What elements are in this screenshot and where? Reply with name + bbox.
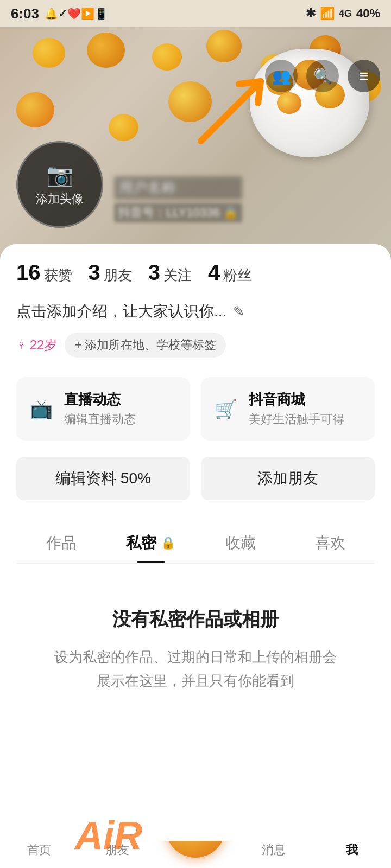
live-icon: 📺 (27, 395, 55, 423)
wifi-icon: 📶 (320, 7, 335, 21)
fruit-3 (152, 43, 182, 71)
live-feature-info: 直播动态 编辑直播动态 (64, 390, 136, 427)
status-bar: 6:03 🔔✓❤️▶️📱 ✱ 📶 4G 40% (0, 0, 391, 27)
edit-bio-icon[interactable]: ✎ (233, 303, 245, 320)
menu-header-button[interactable]: ≡ (348, 60, 380, 92)
air-text: AiR (75, 813, 142, 858)
search-icon: 🔍 (313, 67, 332, 85)
tab-private-label: 私密 (126, 533, 156, 553)
shop-title: 抖音商城 (249, 390, 344, 409)
bluetooth-icon: ✱ (306, 7, 316, 21)
notification-icons: 🔔✓❤️▶️📱 (45, 7, 108, 20)
tabs-row: 作品 私密 🔒 收藏 喜欢 (16, 522, 375, 564)
add-friends-button[interactable]: 添加朋友 (201, 457, 375, 500)
profile-id: 抖音号：LLY10336 🔒 (114, 203, 242, 222)
fruit-1 (33, 38, 65, 68)
air-watermark: AiR (54, 803, 163, 868)
shop-subtitle: 美好生活触手可得 (249, 411, 344, 427)
likes-label: 获赞 (44, 266, 72, 285)
bio-text: 点击添加介绍，让大家认识你... (16, 301, 226, 322)
menu-icon: ≡ (359, 66, 369, 86)
tab-likes-label: 喜欢 (315, 533, 345, 553)
friends-number: 3 (89, 260, 100, 285)
gender-tag: ♀ 22岁 (16, 336, 57, 354)
fruit-9 (109, 114, 138, 141)
bio-row[interactable]: 点击添加介绍，让大家认识你... ✎ (16, 301, 375, 322)
friends-label: 朋友 (104, 266, 132, 285)
tab-likes[interactable]: 喜欢 (285, 522, 375, 563)
tags-row: ♀ 22岁 + 添加所在地、学校等标签 (16, 333, 375, 358)
header-actions: 👥 🔍 ≡ (265, 60, 380, 92)
lock-icon: 🔒 (161, 536, 175, 550)
add-avatar-label: 添加头像 (36, 191, 84, 207)
profile-section: 📷 添加头像 用户名称 抖音号：LLY10336 🔒 (16, 141, 242, 228)
status-right-icons: ✱ 📶 4G 40% (306, 7, 380, 21)
stat-fans[interactable]: 4 粉丝 (208, 260, 251, 285)
profile-name-area: 用户名称 抖音号：LLY10336 🔒 (114, 176, 242, 228)
empty-title: 没有私密作品或相册 (112, 607, 279, 632)
nav-messages-label: 消息 (262, 842, 286, 858)
nav-me-label: 我 (346, 842, 358, 858)
battery-display: 40% (356, 7, 380, 21)
main-card: 16 获赞 3 朋友 3 关注 4 粉丝 点击添加介绍，让大家认识你... ✎ … (0, 244, 391, 841)
header-banner: 👥 🔍 ≡ 📷 添加头像 用户名称 抖音号：LLY10336 🔒 (0, 27, 391, 260)
add-tag-button[interactable]: + 添加所在地、学校等标签 (65, 333, 226, 358)
following-number: 3 (148, 260, 160, 285)
nav-home-label: 首页 (27, 842, 51, 858)
tab-works[interactable]: 作品 (16, 522, 106, 563)
stat-following[interactable]: 3 关注 (148, 260, 192, 285)
live-feature-card[interactable]: 📺 直播动态 编辑直播动态 (16, 377, 190, 441)
stat-likes[interactable]: 16 获赞 (16, 260, 72, 285)
live-subtitle: 编辑直播动态 (64, 411, 136, 427)
fruit-4 (206, 30, 242, 62)
friends-icon: 👥 (272, 67, 291, 85)
time-display: 6:03 (11, 5, 39, 22)
fans-number: 4 (208, 260, 220, 285)
tab-favorites[interactable]: 收藏 (195, 522, 285, 563)
status-time: 6:03 🔔✓❤️▶️📱 (11, 5, 108, 22)
shop-icon: 🛒 (212, 395, 240, 423)
camera-icon: 📷 (46, 162, 73, 188)
avatar-add-button[interactable]: 📷 添加头像 (16, 141, 103, 228)
empty-state: 没有私密作品或相册 设为私密的作品、过期的日常和上传的相册会展示在这里，并且只有… (16, 564, 375, 725)
shop-feature-info: 抖音商城 美好生活触手可得 (249, 390, 344, 427)
live-title: 直播动态 (64, 390, 136, 409)
fruit-2 (87, 33, 125, 68)
fans-label: 粉丝 (223, 266, 251, 285)
likes-number: 16 (16, 260, 41, 285)
action-buttons: 编辑资料 50% 添加朋友 (16, 457, 375, 500)
tab-favorites-label: 收藏 (225, 533, 256, 553)
empty-desc: 设为私密的作品、过期的日常和上传的相册会展示在这里，并且只有你能看到 (49, 645, 342, 693)
shop-feature-card[interactable]: 🛒 抖音商城 美好生活触手可得 (201, 377, 375, 441)
profile-username: 用户名称 (114, 176, 242, 200)
following-label: 关注 (163, 266, 192, 285)
add-friends-header-button[interactable]: 👥 (265, 60, 298, 92)
signal-icon: 4G (339, 8, 352, 20)
tab-private[interactable]: 私密 🔒 (106, 522, 195, 563)
stat-friends[interactable]: 3 朋友 (89, 260, 132, 285)
feature-cards: 📺 直播动态 编辑直播动态 🛒 抖音商城 美好生活触手可得 (16, 377, 375, 441)
fruit-8 (16, 92, 54, 127)
edit-profile-button[interactable]: 编辑资料 50% (16, 457, 190, 500)
search-header-button[interactable]: 🔍 (306, 60, 339, 92)
stats-row: 16 获赞 3 朋友 3 关注 4 粉丝 (16, 260, 375, 285)
tab-works-label: 作品 (46, 533, 77, 553)
